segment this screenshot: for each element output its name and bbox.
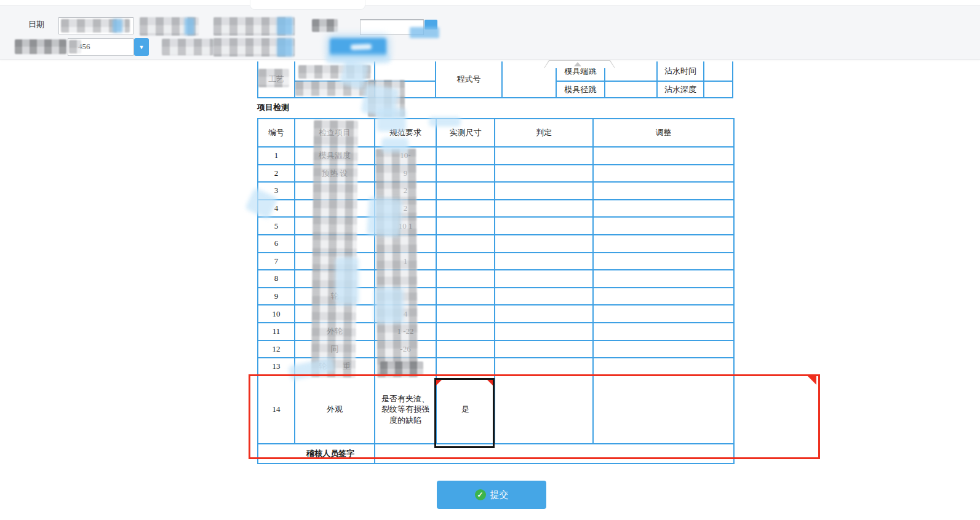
cell-judgment[interactable] xyxy=(495,182,593,200)
cell-measured[interactable] xyxy=(436,147,495,165)
cell-adjustment[interactable] xyxy=(593,253,734,270)
cell-judgment[interactable] xyxy=(495,270,593,288)
id-label-redacted xyxy=(15,39,66,54)
program-no-cell: 程式号 xyxy=(436,61,501,97)
chevron-down-icon: ▼ xyxy=(139,44,145,50)
cell-measured[interactable] xyxy=(436,358,495,376)
annotation-corner-icon xyxy=(808,376,816,385)
redaction-blur xyxy=(277,17,293,35)
highlight-streak xyxy=(376,108,406,132)
cell-adjustment[interactable] xyxy=(593,147,734,165)
check-circle-icon: ✓ xyxy=(475,489,486,500)
cell-no: 11 xyxy=(258,323,295,341)
redaction-blur xyxy=(326,54,391,63)
cell-adjustment[interactable] xyxy=(593,270,734,288)
cell-judgment[interactable] xyxy=(495,253,593,270)
redaction-blur xyxy=(312,19,338,32)
redaction-blur xyxy=(113,19,122,33)
cell-measured[interactable] xyxy=(436,323,495,341)
cell-adjustment[interactable] xyxy=(593,323,734,341)
redaction-blur xyxy=(351,44,372,50)
dip-time-cell: 沾水时间 xyxy=(658,61,703,81)
cell-judgment[interactable] xyxy=(495,200,593,218)
section-title: 项目检测 xyxy=(257,102,289,113)
cell-measured[interactable] xyxy=(436,200,495,218)
redaction-blur xyxy=(376,149,418,377)
cell-adjustment[interactable] xyxy=(593,165,734,183)
cell-measured[interactable] xyxy=(436,341,495,358)
cell-adjustment[interactable] xyxy=(593,358,734,376)
cell-adjustment[interactable] xyxy=(593,200,734,218)
cell-judgment[interactable] xyxy=(495,305,593,323)
cell-adjustment[interactable] xyxy=(593,182,734,200)
redaction-blur xyxy=(185,18,194,35)
date-label: 日期 xyxy=(28,19,44,30)
page: 日期 456 ▼ xyxy=(0,0,980,520)
cell-measured[interactable] xyxy=(436,270,495,288)
cell-judgment[interactable] xyxy=(495,288,593,305)
cell-no: 12 xyxy=(258,341,295,358)
redaction-blur xyxy=(162,39,213,55)
cell-judgment[interactable] xyxy=(495,235,593,253)
cell-no: 7 xyxy=(258,253,295,270)
submit-button-label: 提交 xyxy=(490,489,509,501)
cell-adjustment[interactable] xyxy=(593,217,734,235)
highlight-streak xyxy=(429,117,461,127)
redaction-blur xyxy=(410,27,439,38)
submit-button[interactable]: ✓ 提交 xyxy=(437,481,546,509)
cell-no: 2 xyxy=(258,165,295,183)
highlight-streak xyxy=(367,197,402,237)
highlight-streak xyxy=(381,138,408,152)
cell-adjustment[interactable] xyxy=(593,235,734,253)
cell-judgment[interactable] xyxy=(495,358,593,376)
col-header-no: 编号 xyxy=(258,119,295,147)
cell-measured[interactable] xyxy=(436,305,495,323)
redaction-blur xyxy=(258,69,289,87)
col-header-judgment: 判定 xyxy=(495,119,593,147)
cell-adjustment[interactable] xyxy=(593,288,734,305)
cell-no: 1 xyxy=(258,147,295,165)
id-dropdown-button[interactable]: ▼ xyxy=(134,38,149,56)
cell-judgment[interactable] xyxy=(495,165,593,183)
redaction-blur xyxy=(311,120,358,378)
cell-no: 6 xyxy=(258,235,295,253)
header-bar: 日期 456 ▼ xyxy=(0,0,980,60)
cell-no: 10 xyxy=(258,305,295,323)
highlight-streak xyxy=(374,288,404,323)
cell-measured[interactable] xyxy=(436,182,495,200)
dip-depth-cell: 沾水深度 xyxy=(658,82,703,97)
redaction-blur xyxy=(69,40,81,53)
cell-measured[interactable] xyxy=(436,288,495,305)
cell-measured[interactable] xyxy=(436,235,495,253)
cell-adjustment[interactable] xyxy=(593,305,734,323)
tooltip-caret-icon xyxy=(574,62,581,66)
header-top-strip xyxy=(0,0,980,6)
cell-judgment[interactable] xyxy=(495,341,593,358)
annotation-red-box xyxy=(249,374,820,459)
cell-measured[interactable] xyxy=(436,217,495,235)
cell-judgment[interactable] xyxy=(495,147,593,165)
cell-no: 8 xyxy=(258,270,295,288)
highlight-streak xyxy=(335,257,359,305)
cell-no: 5 xyxy=(258,217,295,235)
cell-measured[interactable] xyxy=(436,165,495,183)
cell-no: 9 xyxy=(258,288,295,305)
redaction-blur xyxy=(277,38,293,57)
cell-judgment[interactable] xyxy=(495,217,593,235)
mold-radial-runout-cell: 模具径跳 xyxy=(557,82,604,97)
cell-adjustment[interactable] xyxy=(593,341,734,358)
redaction-blur xyxy=(380,361,423,375)
cell-judgment[interactable] xyxy=(495,323,593,341)
header-tab xyxy=(250,0,365,10)
cell-measured[interactable] xyxy=(436,253,495,270)
col-header-adjustment: 调整 xyxy=(593,119,734,147)
